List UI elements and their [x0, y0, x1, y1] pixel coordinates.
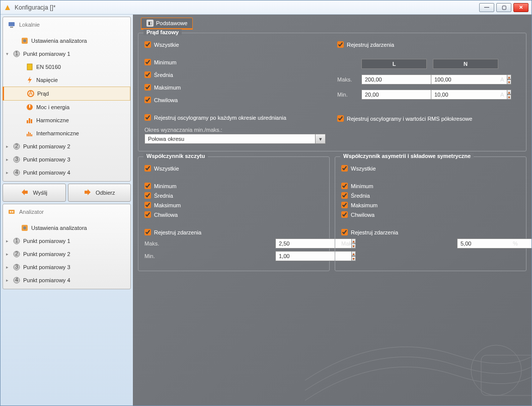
svg-text:2: 2 [15, 251, 18, 257]
min-label: Min. [337, 92, 357, 98]
svg-rect-17 [28, 132, 29, 136]
analyzer-header: Analizator [3, 204, 130, 219]
svg-rect-18 [30, 133, 31, 136]
point-icon: 4 [12, 276, 21, 285]
svg-rect-42 [481, 355, 531, 395]
spin-down-icon[interactable]: ▼ [507, 95, 511, 100]
point-icon: 1 [12, 49, 21, 58]
n-max-spinner[interactable]: ▲▼ [431, 74, 496, 85]
tree-item-point1[interactable]: ▾1Punkt pomiarowy 1 [3, 47, 130, 60]
chk-reg-osc-half[interactable]: Rejestruj oscylogramy i wartości RMS pół… [337, 115, 520, 122]
svg-rect-16 [27, 134, 28, 136]
tab-basic[interactable]: ◧Podstawowe [141, 18, 193, 30]
asym-max-spinner[interactable]: ▲▼ [457, 238, 510, 249]
tree-item-power[interactable]: Moc i energia [3, 101, 130, 114]
chk-all[interactable]: Wszystkie [144, 165, 323, 172]
period-combo[interactable]: ▾ [144, 134, 326, 144]
chk-min[interactable]: Minimum [144, 183, 323, 189]
crest-min-spinner[interactable]: ▲▼ [275, 251, 323, 261]
svg-marker-8 [28, 76, 32, 84]
n-min-spinner[interactable]: ▲▼ [431, 90, 496, 100]
tree-item-an-point3[interactable]: ▸3Punkt pomiarowy 3 [3, 261, 130, 274]
tree-item-point2[interactable]: ▸2Punkt pomiarowy 2 [3, 140, 130, 153]
crest-max-spinner[interactable]: ▲▼ [275, 238, 323, 249]
col-n-header: N [433, 59, 498, 69]
maximize-button[interactable]: ▢ [496, 3, 511, 12]
tree-item-an-point1[interactable]: ▸1Punkt pomiarowy 1 [3, 234, 130, 248]
chk-reg-osc[interactable]: Rejestruj oscylogramy po każdym okresie … [144, 114, 327, 121]
analyzer-icon [7, 207, 16, 216]
power-icon [25, 103, 34, 112]
group-asymmetry: Współczynnik asymetrii i składowe symetr… [335, 156, 526, 271]
send-button[interactable]: Wyślij [3, 184, 66, 202]
chk-max[interactable]: Maksimum [144, 202, 323, 208]
minimize-button[interactable]: — [479, 3, 494, 12]
svg-point-4 [23, 39, 26, 42]
chk-min[interactable]: Minimum [144, 59, 327, 65]
tree-item-settings[interactable]: Ustawienia analizatora [3, 34, 130, 47]
chk-inst[interactable]: Chwilowa [341, 211, 520, 218]
tree-item-point3[interactable]: ▸3Punkt pomiarowy 3 [3, 153, 130, 166]
receive-button[interactable]: Odbierz [68, 184, 131, 202]
svg-rect-28 [9, 210, 15, 214]
svg-rect-12 [29, 105, 30, 108]
maks-label: Maks. [341, 240, 361, 247]
tree-item-current[interactable]: APrąd [3, 87, 130, 101]
titlebar: Konfiguracja []* — ▢ ✕ [1, 1, 531, 15]
svg-point-30 [12, 211, 14, 213]
chk-avg[interactable]: Średnia [341, 192, 520, 199]
tree-item-point4[interactable]: ▸4Punkt pomiarowy 4 [3, 166, 130, 179]
bolt-icon [25, 75, 34, 85]
chk-all[interactable]: Wszystkie [341, 165, 520, 172]
local-header: Lokalnie [3, 17, 130, 32]
chk-reg-events[interactable]: Rejestruj zdarzenia [337, 41, 520, 48]
tab-icon: ◧ [146, 20, 154, 27]
tree-item-an-point4[interactable]: ▸4Punkt pomiarowy 4 [3, 274, 130, 287]
content-area: ◧Podstawowe Prąd fazowy Wszystkie Minimu… [133, 15, 531, 405]
svg-text:1: 1 [15, 50, 18, 56]
close-button[interactable]: ✕ [513, 3, 528, 12]
chk-inst[interactable]: Chwilowa [144, 97, 327, 103]
svg-text:4: 4 [15, 277, 18, 283]
col-l-header: L [361, 59, 427, 69]
chk-max[interactable]: Maksimum [341, 202, 520, 208]
tree-item-interharmonics[interactable]: Interharmoniczne [3, 127, 130, 140]
l-min-spinner[interactable]: ▲▼ [361, 90, 427, 100]
spin-down-icon[interactable]: ▼ [507, 79, 511, 85]
tree-item-an-settings[interactable]: Ustawienia analizatora [3, 221, 130, 234]
app-icon [4, 4, 12, 12]
period-input[interactable] [144, 134, 316, 144]
tree-item-harmonics[interactable]: Harmoniczne [3, 114, 130, 127]
spin-up-icon[interactable]: ▲ [507, 90, 511, 95]
svg-rect-7 [27, 64, 32, 70]
tree-item-voltage[interactable]: Napięcie [3, 73, 130, 87]
chk-reg-events[interactable]: Rejestruj zdarzenia [144, 229, 323, 235]
unit-label: A [500, 76, 507, 83]
svg-text:1: 1 [15, 237, 18, 243]
settings-icon [20, 223, 29, 232]
bars-icon [25, 116, 34, 125]
spin-up-icon[interactable]: ▲ [507, 74, 511, 79]
svg-rect-13 [27, 120, 28, 123]
chk-avg[interactable]: Średnia [144, 71, 327, 78]
svg-text:A: A [29, 90, 33, 96]
svg-text:2: 2 [15, 143, 18, 149]
bars2-icon [25, 129, 34, 138]
chk-min[interactable]: Minimum [341, 183, 520, 189]
chevron-down-icon[interactable]: ▾ [316, 134, 326, 144]
chk-max[interactable]: Maksimum [144, 84, 327, 91]
point-icon: 3 [12, 263, 21, 272]
unit-label: % [513, 240, 520, 247]
tree-item-en50160[interactable]: EN 50160 [3, 60, 130, 73]
analyzer-header-label: Analizator [19, 209, 44, 215]
svg-rect-15 [31, 119, 32, 123]
l-max-spinner[interactable]: ▲▼ [361, 74, 427, 85]
computer-icon [7, 20, 16, 29]
chk-all[interactable]: Wszystkie [144, 41, 327, 48]
chk-avg[interactable]: Średnia [144, 192, 323, 199]
analyzer-tree: Ustawienia analizatora ▸1Punkt pomiarowy… [3, 219, 130, 289]
chk-inst[interactable]: Chwilowa [144, 211, 323, 218]
send-icon [21, 188, 30, 197]
tree-item-an-point2[interactable]: ▸2Punkt pomiarowy 2 [3, 248, 130, 261]
chk-reg-events[interactable]: Rejestruj zdarzenia [341, 229, 520, 235]
